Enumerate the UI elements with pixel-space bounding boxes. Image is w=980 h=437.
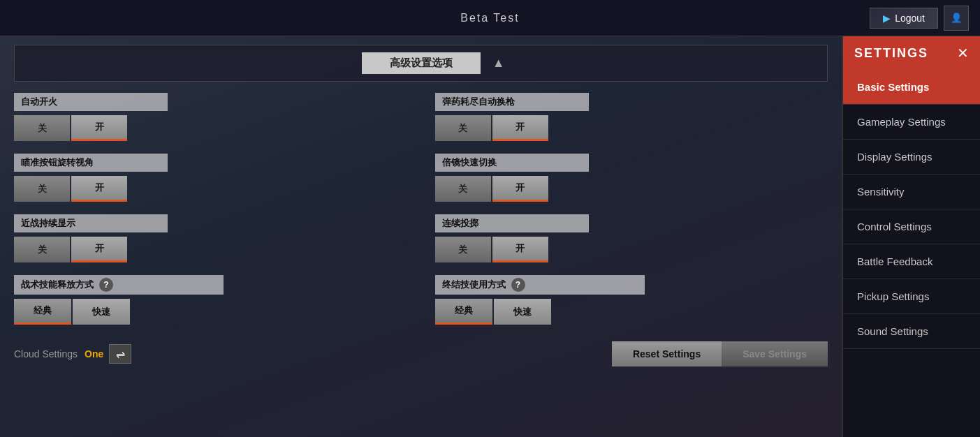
setting-skill-release-label-wrapper: 战术技能释放方式 ? bbox=[14, 275, 224, 295]
sidebar-item-sensitivity[interactable]: Sensitivity bbox=[843, 175, 980, 209]
continuous-throw-off-btn[interactable]: 关 bbox=[435, 237, 491, 262]
settings-grid: 自动开火 关 开 弹药耗尽自动换枪 关 开 瞄准按钮旋转视角 bbox=[14, 93, 828, 325]
toggle-group-skill-release: 经典 快速 bbox=[14, 299, 407, 325]
aim-rotate-on-btn[interactable]: 开 bbox=[71, 176, 127, 202]
toggle-group-scope-quick-switch: 关 开 bbox=[435, 176, 828, 202]
skill-release-help-icon[interactable]: ? bbox=[99, 278, 113, 292]
profile-icon: 👤 bbox=[951, 13, 963, 23]
content-area: 高级设置选项 ▲ 自动开火 关 开 弹药耗尽自动换枪 关 bbox=[0, 36, 842, 437]
sidebar-item-battle[interactable]: Battle Feedback bbox=[843, 244, 980, 279]
sidebar-item-sound[interactable]: Sound Settings bbox=[843, 314, 980, 349]
setting-auto-weapon-swap: 弹药耗尽自动换枪 关 开 bbox=[435, 93, 828, 141]
toggle-group-auto-fire: 关 开 bbox=[14, 115, 407, 141]
auto-fire-off-btn[interactable]: 关 bbox=[14, 115, 70, 141]
setting-continuous-throw-label: 连续投掷 bbox=[435, 214, 589, 232]
setting-ultimate-skill-label-wrapper: 终结技使用方式 ? bbox=[435, 275, 645, 295]
main-layout: 高级设置选项 ▲ 自动开火 关 开 弹药耗尽自动换枪 关 bbox=[0, 36, 980, 437]
skill-release-classic-btn[interactable]: 经典 bbox=[14, 299, 71, 325]
setting-ultimate-skill: 终结技使用方式 ? 经典 快速 bbox=[435, 275, 828, 325]
setting-skill-release-label: 战术技能释放方式 bbox=[21, 279, 94, 291]
header-right: ▶ Logout 👤 bbox=[870, 6, 969, 31]
sidebar-header: SETTINGS ✕ bbox=[843, 36, 980, 70]
cloud-sync-icon: ⇌ bbox=[116, 348, 125, 361]
setting-scope-quick-switch-label: 倍镜快速切换 bbox=[435, 154, 589, 172]
melee-display-off-btn[interactable]: 关 bbox=[14, 237, 70, 262]
header: Beta Test ▶ Logout 👤 bbox=[0, 0, 980, 36]
adv-chevron-icon: ▲ bbox=[492, 56, 505, 71]
sidebar-item-control[interactable]: Control Settings bbox=[843, 209, 980, 244]
skill-release-fast-btn[interactable]: 快速 bbox=[73, 299, 130, 325]
play-icon: ▶ bbox=[883, 13, 891, 24]
setting-auto-fire: 自动开火 关 开 bbox=[14, 93, 407, 141]
ultimate-skill-classic-btn[interactable]: 经典 bbox=[435, 299, 492, 325]
sidebar-item-display[interactable]: Display Settings bbox=[843, 140, 980, 175]
toggle-group-auto-weapon-swap: 关 开 bbox=[435, 115, 828, 141]
advanced-settings-header[interactable]: 高级设置选项 ▲ bbox=[14, 45, 828, 82]
cloud-settings-value: One bbox=[85, 348, 103, 360]
sidebar: SETTINGS ✕ Basic Settings Gameplay Setti… bbox=[842, 36, 980, 437]
sidebar-header-text: SETTINGS bbox=[854, 46, 928, 61]
sidebar-item-basic[interactable]: Basic Settings bbox=[843, 70, 980, 105]
setting-auto-weapon-swap-label: 弹药耗尽自动换枪 bbox=[435, 93, 589, 111]
auto-weapon-swap-off-btn[interactable]: 关 bbox=[435, 115, 491, 141]
setting-continuous-throw: 连续投掷 关 开 bbox=[435, 214, 828, 262]
toggle-group-aim-rotate: 关 开 bbox=[14, 176, 407, 202]
auto-weapon-swap-on-btn[interactable]: 开 bbox=[492, 115, 548, 141]
adv-header-text: 高级设置选项 bbox=[362, 52, 481, 74]
setting-skill-release: 战术技能释放方式 ? 经典 快速 bbox=[14, 275, 407, 325]
cloud-sync-button[interactable]: ⇌ bbox=[109, 344, 131, 364]
cloud-settings-label: Cloud Settings bbox=[14, 348, 78, 360]
reset-settings-button[interactable]: Reset Settings bbox=[612, 341, 722, 366]
toggle-group-continuous-throw: 关 开 bbox=[435, 237, 828, 262]
toggle-group-ultimate-skill: 经典 快速 bbox=[435, 299, 828, 325]
aim-rotate-off-btn[interactable]: 关 bbox=[14, 176, 70, 202]
setting-scope-quick-switch: 倍镜快速切换 关 开 bbox=[435, 154, 828, 202]
logout-label: Logout bbox=[895, 13, 925, 24]
content-wrapper: 高级设置选项 ▲ 自动开火 关 开 弹药耗尽自动换枪 关 bbox=[14, 45, 828, 411]
setting-aim-rotate: 瞄准按钮旋转视角 关 开 bbox=[14, 154, 407, 202]
scope-quick-switch-on-btn[interactable]: 开 bbox=[492, 176, 548, 202]
header-title: Beta Test bbox=[460, 12, 519, 24]
bottom-actions: Cloud Settings One ⇌ Reset Settings Save… bbox=[14, 341, 828, 369]
save-settings-button[interactable]: Save Settings bbox=[722, 341, 828, 366]
close-icon[interactable]: ✕ bbox=[957, 45, 969, 61]
scope-quick-switch-off-btn[interactable]: 关 bbox=[435, 176, 491, 202]
sidebar-item-gameplay[interactable]: Gameplay Settings bbox=[843, 105, 980, 140]
auto-fire-on-btn[interactable]: 开 bbox=[71, 115, 127, 141]
setting-aim-rotate-label: 瞄准按钮旋转视角 bbox=[14, 154, 168, 172]
setting-melee-display: 近战持续显示 关 开 bbox=[14, 214, 407, 262]
continuous-throw-on-btn[interactable]: 开 bbox=[492, 237, 548, 262]
toggle-group-melee-display: 关 开 bbox=[14, 237, 407, 262]
ultimate-skill-help-icon[interactable]: ? bbox=[511, 278, 525, 292]
ultimate-skill-fast-btn[interactable]: 快速 bbox=[494, 299, 551, 325]
melee-display-on-btn[interactable]: 开 bbox=[71, 237, 127, 262]
setting-ultimate-skill-label: 终结技使用方式 bbox=[442, 279, 506, 291]
setting-melee-display-label: 近战持续显示 bbox=[14, 214, 168, 232]
setting-auto-fire-label: 自动开火 bbox=[14, 93, 168, 111]
profile-button[interactable]: 👤 bbox=[944, 6, 969, 31]
logout-button[interactable]: ▶ Logout bbox=[870, 8, 938, 29]
sidebar-item-pickup[interactable]: Pickup Settings bbox=[843, 279, 980, 314]
